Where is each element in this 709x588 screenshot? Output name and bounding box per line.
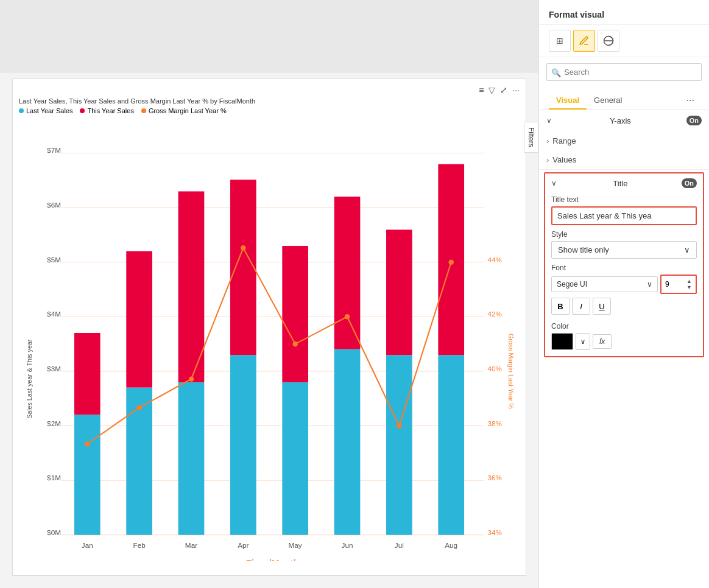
svg-rect-26	[126, 251, 152, 387]
values-chevron: ›	[546, 155, 549, 164]
legend-item-gross-margin: Gross Margin Last Year %	[141, 107, 227, 114]
title-text-input[interactable]: Sales Last year & This yea	[551, 206, 697, 225]
legend-dot-last-year	[19, 108, 24, 113]
chart-toolbar: ≡ ▽ ⤢ ···	[19, 85, 520, 95]
search-box: 🔍	[546, 63, 702, 81]
color-swatch[interactable]	[551, 333, 573, 350]
svg-rect-29	[178, 191, 205, 382]
top-bar	[0, 0, 538, 72]
chart-area: $0M $1M $2M $3M $4M $5M $6M $7M 34% 36% …	[19, 119, 520, 561]
chart-panel: ≡ ▽ ⤢ ··· Last Year Sales, This Year Sal…	[12, 79, 526, 576]
svg-point-48	[189, 376, 194, 382]
tab-visual[interactable]: Visual	[549, 92, 587, 110]
filter-icon[interactable]: ▽	[489, 85, 495, 95]
title-section-label: Title	[613, 179, 627, 188]
font-label: Font	[551, 264, 697, 272]
svg-rect-32	[230, 180, 256, 355]
font-family-value: Segoe UI	[557, 280, 587, 289]
style-label: Style	[545, 226, 703, 240]
italic-button[interactable]: I	[572, 298, 590, 315]
svg-rect-23	[74, 333, 101, 415]
svg-text:Apr: Apr	[238, 541, 249, 549]
svg-text:36%: 36%	[487, 474, 501, 481]
svg-rect-38	[334, 196, 361, 349]
font-size-arrows: ▲ ▼	[686, 278, 692, 290]
style-dropdown[interactable]: Show title only ∨	[551, 241, 697, 259]
title-text-label: Title text	[545, 193, 703, 205]
analytics-format-btn[interactable]	[598, 30, 619, 52]
filters-tab[interactable]: Filters	[524, 122, 538, 153]
expand-icon[interactable]: ⤢	[500, 85, 507, 95]
range-subsection[interactable]: › Range	[539, 131, 709, 150]
range-chevron: ›	[546, 136, 549, 145]
svg-text:$0M: $0M	[47, 528, 61, 536]
format-icons-bar: ⊞	[539, 25, 709, 57]
svg-text:44%: 44%	[487, 255, 501, 263]
font-size-up-icon[interactable]: ▲	[686, 278, 692, 284]
svg-text:Jun: Jun	[342, 541, 353, 549]
svg-point-53	[448, 259, 454, 265]
svg-rect-43	[438, 355, 464, 535]
tab-general[interactable]: General	[587, 92, 629, 110]
legend-label-gross-margin: Gross Margin Last Year %	[149, 107, 227, 114]
svg-text:34%: 34%	[487, 528, 501, 536]
svg-point-50	[292, 341, 298, 346]
svg-text:Gross Margin Last Year %: Gross Margin Last Year %	[507, 334, 515, 409]
y-axis-toggle[interactable]: On	[686, 116, 702, 125]
drag-icon[interactable]: ≡	[479, 85, 484, 95]
style-chevron-down-icon: ∨	[684, 245, 690, 254]
font-section: Font Segoe UI ∨ 9 ▲ ▼ B I U	[545, 260, 703, 318]
svg-text:$4M: $4M	[47, 310, 61, 318]
legend-label-last-year: Last Year Sales	[26, 107, 72, 114]
svg-text:Aug: Aug	[445, 541, 457, 549]
font-size-down-icon[interactable]: ▼	[686, 284, 692, 290]
chart-svg: $0M $1M $2M $3M $4M $5M $6M $7M 34% 36% …	[19, 119, 520, 561]
svg-text:May: May	[289, 541, 302, 549]
style-value: Show title only	[558, 245, 609, 254]
svg-rect-41	[386, 229, 412, 355]
legend-item-last-year: Last Year Sales	[19, 107, 72, 114]
svg-text:Mar: Mar	[185, 541, 197, 549]
title-toggle[interactable]: On	[682, 178, 697, 188]
font-family-select[interactable]: Segoe UI ∨	[551, 276, 658, 292]
y-axis-label: Y-axis	[610, 116, 631, 125]
bold-button[interactable]: B	[551, 298, 570, 315]
main-area: ≡ ▽ ⤢ ··· Last Year Sales, This Year Sal…	[0, 0, 538, 588]
color-dropdown-btn[interactable]: ∨	[576, 333, 590, 350]
font-controls: Segoe UI ∨ 9 ▲ ▼	[551, 275, 697, 294]
legend-dot-gross-margin	[141, 108, 146, 113]
svg-text:$7M: $7M	[47, 146, 61, 154]
legend-label-this-year: This Year Sales	[87, 107, 133, 114]
title-section-header[interactable]: ∨ Title On	[545, 173, 703, 193]
svg-point-49	[241, 245, 246, 251]
svg-point-52	[397, 423, 402, 429]
tab-more[interactable]: ···	[682, 93, 699, 108]
legend-dot-this-year	[80, 108, 85, 113]
svg-text:$5M: $5M	[47, 255, 61, 263]
brush-format-btn[interactable]	[573, 30, 595, 52]
panel-header: Format visual	[539, 0, 709, 25]
range-label: Range	[552, 136, 576, 145]
grid-format-btn[interactable]: ⊞	[549, 30, 571, 52]
svg-text:FiscalMonth: FiscalMonth	[246, 558, 299, 561]
svg-text:$6M: $6M	[47, 201, 61, 209]
svg-point-47	[136, 405, 142, 410]
more-icon[interactable]: ···	[512, 85, 520, 95]
y-axis-header[interactable]: ∨ Y-axis On	[539, 110, 709, 131]
values-label: Values	[552, 155, 576, 164]
chart-container: ≡ ▽ ⤢ ··· Last Year Sales, This Year Sal…	[0, 72, 538, 588]
fx-button[interactable]: fx	[593, 334, 612, 349]
color-section: Color ∨ fx	[545, 318, 703, 356]
title-section-chevron: ∨	[551, 179, 557, 187]
svg-text:$3M: $3M	[47, 364, 61, 372]
svg-text:Sales Last year & This year: Sales Last year & This year	[26, 339, 33, 419]
color-label: Color	[551, 322, 697, 331]
underline-button[interactable]: U	[593, 298, 611, 315]
values-subsection[interactable]: › Values	[539, 150, 709, 169]
svg-text:38%: 38%	[487, 419, 501, 427]
svg-rect-31	[230, 355, 256, 535]
search-input[interactable]	[546, 63, 702, 81]
font-size-box[interactable]: 9 ▲ ▼	[660, 275, 697, 294]
chart-legend: Last Year Sales This Year Sales Gross Ma…	[19, 107, 520, 114]
color-controls: ∨ fx	[551, 333, 697, 350]
